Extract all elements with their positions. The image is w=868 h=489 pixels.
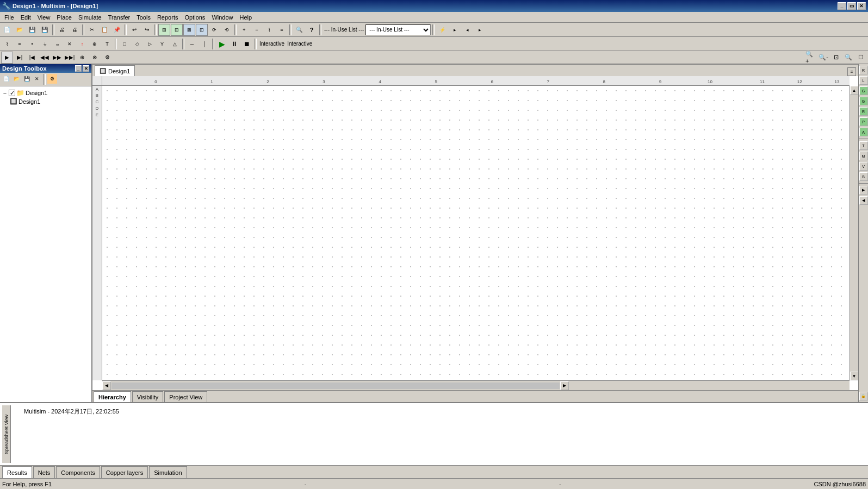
rp-btn-1[interactable]: R — [859, 66, 868, 74]
open-button[interactable]: 📂 — [14, 24, 26, 36]
bus-tool[interactable]: ≡ — [14, 38, 26, 50]
btm-tab-components[interactable]: Components — [56, 466, 100, 478]
wire-tool[interactable]: ⌇ — [1, 38, 13, 50]
sim-settings[interactable]: ⚙ — [101, 52, 113, 64]
toolbox-close[interactable]: ✕ — [83, 65, 89, 72]
btm-tab-nets[interactable]: Nets — [33, 466, 55, 478]
zoom-fit-button[interactable]: ⊡ — [830, 52, 842, 64]
rp-btn-4[interactable]: G — [859, 97, 868, 105]
scroll-down-arrow[interactable]: ▼ — [850, 372, 859, 380]
zoom-out-button[interactable]: 🔍- — [817, 52, 829, 64]
menu-edit[interactable]: Edit — [17, 14, 34, 21]
tb-extra2[interactable]: ▸ — [449, 24, 461, 36]
misc-tool[interactable]: ⊕ — [89, 38, 101, 50]
design1-tab[interactable]: 🔲 Design1 — [95, 65, 135, 76]
tab-project-view[interactable]: Project View — [164, 391, 207, 402]
sim-run[interactable]: ▶ — [1, 52, 13, 64]
component-btn-1[interactable]: ⊞ — [158, 24, 170, 36]
component-btn-6[interactable]: ⟲ — [221, 24, 233, 36]
rp-btn-9[interactable]: M — [859, 152, 868, 160]
close-button[interactable]: ✕ — [857, 2, 866, 10]
tb-close-design[interactable]: ✕ — [32, 74, 42, 84]
rp-btn-5[interactable]: R — [859, 107, 868, 116]
restore-button[interactable]: ▭ — [847, 2, 856, 10]
help-button[interactable]: ? — [306, 24, 318, 36]
tree-root-checkbox[interactable]: ✓ — [9, 90, 15, 96]
zoom-in-button[interactable]: 🔍+ — [805, 52, 817, 64]
zoom-area-button[interactable]: 🔍 — [842, 52, 854, 64]
sim-misc1[interactable]: ⊕ — [76, 52, 88, 64]
rp-btn-13[interactable]: ◀ — [859, 196, 868, 205]
menu-reports[interactable]: Reports — [154, 14, 182, 21]
tree-root[interactable]: − ✓ 📁 Design1 — [2, 89, 89, 97]
nc-tool[interactable]: ✕ — [64, 38, 76, 50]
misc4-tool[interactable]: ─ — [186, 38, 198, 50]
btm-tab-results[interactable]: Results — [2, 466, 32, 478]
inuse-dropdown[interactable]: --- In-Use List --- — [365, 24, 431, 35]
btm-tab-simulation[interactable]: Simulation — [149, 466, 187, 478]
sim-fwd[interactable]: ▶▶ — [51, 52, 63, 64]
hier-block-tool[interactable]: □ — [119, 38, 131, 50]
rp-btn-10[interactable]: V — [859, 162, 868, 171]
ground-tool[interactable]: ⏛ — [51, 38, 63, 50]
component-btn-4[interactable]: ⊡ — [196, 24, 208, 36]
tb-open-design[interactable]: 📂 — [11, 74, 21, 84]
tb-new-design[interactable]: 📄 — [1, 74, 11, 84]
tb-extra4[interactable]: ▸ — [474, 24, 486, 36]
tab-hierarchy[interactable]: Hierarchy — [94, 391, 131, 402]
save-all-button[interactable]: 💾 — [39, 24, 51, 36]
power-tool[interactable]: ⏚ — [39, 38, 51, 50]
sim-misc2[interactable]: ⊗ — [89, 52, 101, 64]
misc3-tool[interactable]: △ — [169, 38, 181, 50]
misc2-tool[interactable]: Y — [156, 38, 168, 50]
wire-button[interactable]: ⌇ — [263, 24, 275, 36]
minus-component-button[interactable]: − — [251, 24, 263, 36]
paste-button[interactable]: 📌 — [111, 24, 123, 36]
search-button[interactable]: 🔍 — [293, 24, 305, 36]
btm-tab-copper[interactable]: Copper layers — [101, 466, 148, 478]
menu-options[interactable]: Options — [181, 14, 208, 21]
menu-simulate[interactable]: Simulate — [75, 14, 105, 21]
component-btn-2[interactable]: ⊟ — [171, 24, 183, 36]
scroll-left-arrow[interactable]: ◀ — [102, 381, 111, 390]
stop-button[interactable]: ⏹ — [241, 38, 253, 50]
scroll-right-arrow2[interactable]: ▶ — [560, 381, 569, 390]
canvas-container[interactable]: 0 1 2 3 4 5 6 7 8 9 10 1 — [92, 76, 858, 390]
tb-props[interactable]: ⚙ — [47, 74, 57, 84]
print-preview-button[interactable]: 🖨 — [69, 24, 80, 36]
save-button[interactable]: 💾 — [26, 24, 38, 36]
hier-port-tool[interactable]: ▷ — [144, 38, 156, 50]
menu-tools[interactable]: Tools — [133, 14, 154, 21]
rp-btn-2[interactable]: L — [859, 76, 868, 85]
menu-window[interactable]: Window — [208, 14, 236, 21]
tab-visibility[interactable]: Visibility — [132, 391, 164, 402]
menu-view[interactable]: View — [34, 14, 54, 21]
component-btn-3[interactable]: ⊠ — [183, 24, 195, 36]
rp-btn-14[interactable]: 🔒 — [859, 392, 868, 400]
add-component-button[interactable]: + — [238, 24, 250, 36]
scroll-up-arrow[interactable]: ▲ — [850, 86, 859, 95]
tree-design1-item[interactable]: 🔲 Design1 — [10, 97, 89, 106]
sim-back[interactable]: |◀ — [26, 52, 38, 64]
rp-btn-11[interactable]: B — [859, 172, 868, 181]
tb-save-design[interactable]: 💾 — [22, 74, 32, 84]
rp-btn-6[interactable]: P — [859, 117, 868, 126]
bus-button[interactable]: ≡ — [276, 24, 288, 36]
menu-place[interactable]: Place — [53, 14, 75, 21]
tree-root-expand[interactable]: − — [2, 90, 8, 96]
tb-extra1[interactable]: ⚡ — [436, 24, 448, 36]
rp-btn-3[interactable]: G — [859, 86, 868, 95]
schematic-canvas[interactable] — [102, 86, 850, 380]
print-button[interactable]: 🖨 — [56, 24, 68, 36]
spreadsheet-toggle[interactable]: ≡ — [847, 67, 856, 76]
misc5-tool[interactable]: │ — [199, 38, 210, 50]
scroll-bottom-thumb[interactable] — [111, 383, 560, 389]
play-button[interactable]: ▶ — [216, 38, 228, 50]
menu-help[interactable]: Help — [237, 14, 256, 21]
component-btn-5[interactable]: ⟳ — [208, 24, 220, 36]
hier-conn-tool[interactable]: ◇ — [131, 38, 143, 50]
sim-step[interactable]: ▶| — [14, 52, 26, 64]
junction-tool[interactable]: • — [26, 38, 38, 50]
minimize-button[interactable]: _ — [838, 2, 846, 10]
label-tool[interactable]: T — [101, 38, 113, 50]
